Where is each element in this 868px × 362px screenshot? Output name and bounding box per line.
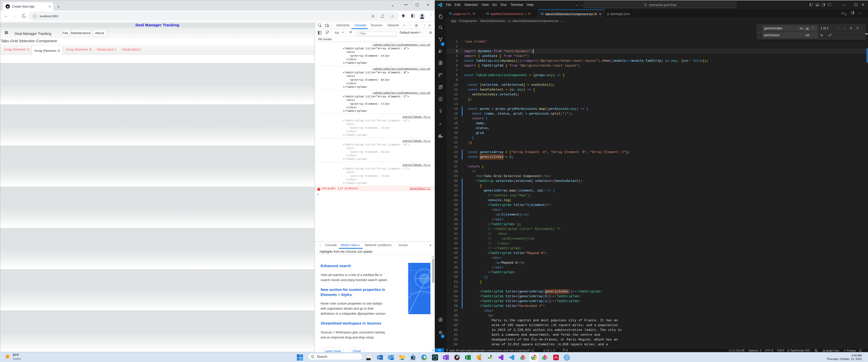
svg-text:X: X [466, 356, 468, 359]
svg-text:W: W [377, 356, 380, 359]
svg-text:N: N [444, 356, 446, 359]
